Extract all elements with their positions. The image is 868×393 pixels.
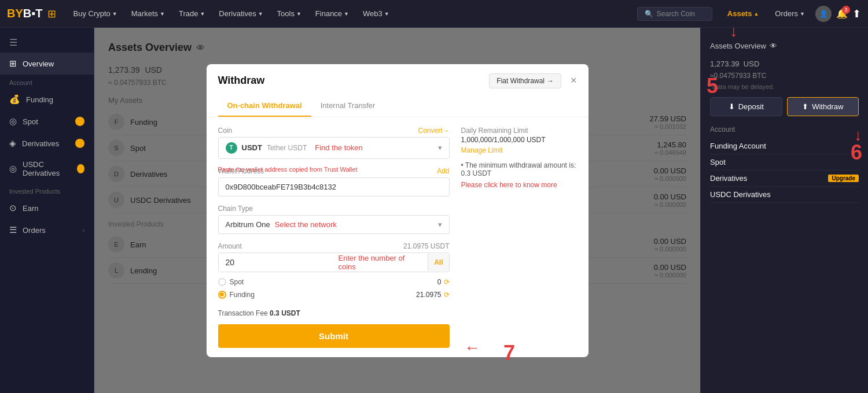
main-content: Assets Overview 👁 1,273.39 USD ≈ 0.04757… [94,28,700,393]
nav-derivatives[interactable]: Derivatives ▼ [213,7,269,20]
modal-body: Coin Convert→ T USDT Tether USDT Find th… [207,117,589,357]
source-spot-row: Spot 0 ⟳ [218,276,450,288]
left-sidebar: ☰ ⊞ Overview Account 💰 Funding ◎ Spot ◈ … [0,28,94,393]
nav-trade[interactable]: Trade ▼ [173,7,211,20]
manage-limit-link[interactable]: Manage Limit [461,146,577,154]
nav-buy-crypto[interactable]: Buy Crypto ▼ [68,7,123,20]
all-button[interactable]: All [428,254,448,271]
convert-link[interactable]: Convert→ [418,127,449,135]
number-5-annotation: 5 [707,74,718,98]
submit-button[interactable]: Submit [218,324,450,348]
daily-limit-value: 1,000,000/1,000,000 USDT [461,136,577,144]
right-funding-item[interactable]: Funding Account [710,138,859,154]
avatar[interactable]: 👤 [815,6,832,22]
withdraw-modal: Withdraw Fiat Withdrawal → × On-chain Wi… [207,64,589,357]
withdraw-icon: ⬆ [802,102,808,111]
fiat-withdrawal-button[interactable]: Fiat Withdrawal → [489,73,561,88]
nav-right: Assets ▲ Orders ▼ 👤 🔔 3 ⬆ [722,6,861,22]
nav-assets-btn[interactable]: Assets ▲ [722,7,765,20]
chain-selector[interactable]: Arbitrum One Select the network ▾ [218,215,450,234]
brand-logo: BYB▪T [7,7,43,20]
modal-overlay: Withdraw Fiat Withdrawal → × On-chain Wi… [94,28,700,393]
sidebar-section-account: Account [0,75,94,88]
search-icon: 🔍 [645,10,653,18]
main-layout: ☰ ⊞ Overview Account 💰 Funding ◎ Spot ◈ … [0,28,868,393]
coin-icon: T [226,142,237,154]
spot-icon: ◎ [9,116,17,127]
amount-hint: Enter the number of coins [334,254,428,271]
right-balance: 1,273.39 USD [710,53,859,71]
tab-onchain[interactable]: On-chain Withdrawal [218,95,311,117]
sidebar-item-overview[interactable]: ⊞ Overview [0,53,94,75]
number-6-annotation: 6 [851,140,862,165]
tx-fee: Transaction Fee 0.3 USDT [218,309,450,317]
usdc-icon: ◎ [9,164,17,174]
wallet-address-input[interactable] [218,177,450,196]
spot-refresh-icon[interactable]: ⟳ [444,278,450,286]
action-buttons: ⬇ Deposit ⬆ Withdraw [710,97,859,116]
usdc-badge [77,164,84,173]
grid-icon[interactable]: ⊞ [47,8,56,20]
upload-icon[interactable]: ⬆ [852,8,861,20]
nav-items: Buy Crypto ▼ Markets ▼ Trade ▼ Derivativ… [68,7,637,20]
know-more-link[interactable]: Please click here to know more [461,181,577,189]
sidebar-item-derivatives[interactable]: ◈ Derivatives [0,132,94,154]
derivatives-icon: ◈ [9,138,16,149]
nav-markets[interactable]: Markets ▼ [126,7,171,20]
right-spot-item[interactable]: Spot [710,154,859,170]
overview-icon: ⊞ [9,58,17,69]
coin-selector[interactable]: T USDT Tether USDT Find the token ▾ [218,137,450,159]
withdraw-button[interactable]: ⬆ Withdraw [787,97,859,116]
sidebar-item-orders[interactable]: ☰ Orders › [0,219,94,241]
eye-icon: 👁 [770,42,777,50]
deposit-icon: ⬇ [729,102,735,111]
wallet-field-row: Wallet Address Add Paste the wallet addr… [218,167,450,196]
daily-limit-title: Daily Remaining Limit [461,127,577,135]
paste-hint: Paste the wallet address copied from Tru… [218,166,358,173]
nav-orders-btn[interactable]: Orders ▼ [769,7,811,20]
modal-right: Daily Remaining Limit 1,000,000/1,000,00… [461,127,577,348]
tab-internal-transfer[interactable]: Internal Transfer [311,95,385,117]
amount-field-row: Amount 21.0975 USDT Enter the number of … [218,242,450,301]
coin-field-label: Coin Convert→ [218,127,450,135]
notification-bell[interactable]: 🔔 3 [836,8,848,19]
close-modal-button[interactable]: × [571,75,577,87]
sidebar-section-invested: Invested Products [0,183,94,197]
sidebar-item-earn[interactable]: ⊙ Earn [0,197,94,219]
notif-count: 3 [842,6,850,14]
funding-radio[interactable] [218,291,226,299]
data-delayed-note: *Data may be delayed. [710,83,859,90]
modal-header: Withdraw Fiat Withdrawal → × [207,64,589,88]
topnav: BYB▪T ⊞ Buy Crypto ▼ Markets ▼ Trade ▼ D… [0,0,868,28]
spot-badge [75,117,84,126]
search-bar[interactable]: 🔍 Search Coin [637,7,712,21]
coin-field-row: Coin Convert→ T USDT Tether USDT Find th… [218,127,450,159]
modal-tabs: On-chain Withdrawal Internal Transfer [207,95,589,117]
upgrade-badge: Upgrade [828,175,859,182]
right-usdc-item[interactable]: USDC Derivatives [710,187,859,203]
nav-finance[interactable]: Finance ▼ [310,7,355,20]
amount-row: Enter the number of coins All [218,253,450,272]
sidebar-toggle[interactable]: ☰ [0,32,94,53]
amount-input[interactable] [219,253,334,272]
nav-tools[interactable]: Tools ▼ [271,7,307,20]
sidebar-item-usdc[interactable]: ◎ USDC Derivatives [0,154,94,183]
spot-radio[interactable] [218,278,226,286]
chain-field-row: Chain Type Arbitrum One Select the netwo… [218,205,450,234]
add-link[interactable]: Add [437,167,449,175]
sidebar-item-funding[interactable]: 💰 Funding [0,88,94,110]
daily-limit-section: Daily Remaining Limit 1,000,000/1,000,00… [461,127,577,154]
chain-dropdown-arrow: ▾ [438,220,442,229]
fiat-arrow-icon: → [547,77,554,85]
earn-icon: ⊙ [9,203,17,213]
arrow-down-annotation: ↓ [730,28,738,40]
nav-web3[interactable]: Web3 ▼ [357,7,395,20]
amount-label: Amount 21.0975 USDT [218,242,450,250]
funding-refresh-icon[interactable]: ⟳ [444,291,450,299]
deposit-button[interactable]: ⬇ Deposit [710,97,782,116]
sidebar-item-spot[interactable]: ◎ Spot [0,110,94,132]
min-withdrawal-text: The minimum withdrawal amount is: 0.3 US… [461,161,577,177]
modal-left: Coin Convert→ T USDT Tether USDT Find th… [218,127,450,348]
orders-icon: ☰ [9,225,17,235]
right-derivatives-item[interactable]: Derivatives Upgrade [710,170,859,187]
